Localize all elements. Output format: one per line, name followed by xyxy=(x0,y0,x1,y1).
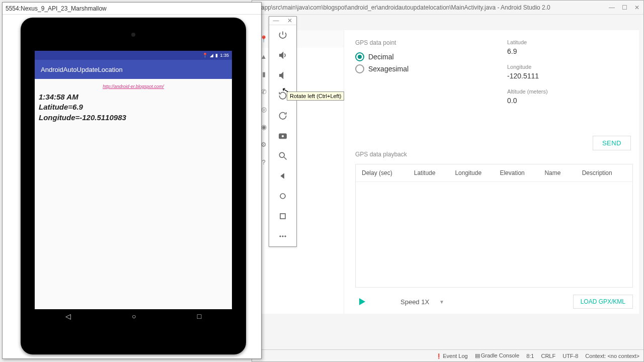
radio-on-icon xyxy=(355,52,364,61)
radio-sexagesimal-label: Sexagesimal xyxy=(368,65,409,73)
more-button[interactable] xyxy=(269,226,296,246)
app-content: http://android-er.blogspot.com/ 1:34:58 … xyxy=(35,79,232,126)
svg-point-4 xyxy=(280,194,285,199)
status-time: 1:35 xyxy=(220,53,229,58)
context-label: Context: <no context> xyxy=(585,353,639,359)
speed-selector[interactable]: Speed 1X ▼ xyxy=(400,298,444,306)
svg-point-1 xyxy=(282,135,284,137)
nav-home-icon[interactable]: ○ xyxy=(132,312,136,320)
nav-back-icon[interactable]: ◁ xyxy=(65,312,71,320)
altitude-label: Altitude (meters) xyxy=(507,88,633,95)
svg-point-8 xyxy=(285,236,286,237)
longitude-label: Longitude xyxy=(507,64,633,70)
chevron-down-icon: ▼ xyxy=(439,299,444,305)
blog-link[interactable]: http://android-er.blogspot.com/ xyxy=(39,84,228,89)
playback-table-header: Delay (sec) Latitude Longitude Elevation… xyxy=(356,164,632,182)
play-button[interactable] xyxy=(359,298,365,305)
svg-line-3 xyxy=(284,157,287,160)
back-button[interactable] xyxy=(269,166,296,186)
svg-point-7 xyxy=(282,236,284,237)
android-statusbar: 📍 ◢ ▮ 1:35 xyxy=(35,51,232,60)
th-desc: Description xyxy=(582,169,626,176)
app-title: AndroidAutoUpdateLocation xyxy=(41,66,123,73)
overview-button[interactable] xyxy=(269,206,296,226)
toolbar-minimize-icon[interactable]: — xyxy=(269,17,283,25)
window-controls: — ☐ ✕ xyxy=(609,4,639,11)
rotate-left-tooltip: Rotate left (Ctrl+Left) xyxy=(287,92,344,101)
th-lon: Longitude xyxy=(455,169,496,176)
latitude-input[interactable]: 6.9 xyxy=(507,46,633,57)
th-delay: Delay (sec) xyxy=(362,169,410,176)
zoom-button[interactable] xyxy=(269,146,296,166)
power-button[interactable] xyxy=(269,25,296,45)
android-navbar: ◁ ○ □ xyxy=(35,309,232,323)
svg-rect-5 xyxy=(280,214,285,219)
radio-off-icon xyxy=(355,64,364,73)
caret-pos: 8:1 xyxy=(526,353,534,359)
th-name: Name xyxy=(544,169,578,176)
battery-icon: ▮ xyxy=(215,53,218,58)
gps-playback-label: GPS data playback xyxy=(355,151,633,158)
maximize-icon[interactable]: ☐ xyxy=(622,4,627,11)
line-ending: CRLF xyxy=(541,353,555,359)
studio-title-path: ...app\src\main\java\com\blogspot\androi… xyxy=(256,4,609,11)
svg-point-2 xyxy=(279,152,284,157)
minimize-icon[interactable]: — xyxy=(609,4,615,11)
home-button[interactable] xyxy=(269,186,296,206)
device-screen[interactable]: 📍 ◢ ▮ 1:35 AndroidAutoUpdateLocation htt… xyxy=(35,51,232,323)
app-lon-line: Longitude=-120.5110983 xyxy=(39,113,228,123)
app-time-line: 1:34:58 AM xyxy=(39,92,228,102)
th-lat: Latitude xyxy=(414,169,451,176)
event-log-link[interactable]: Event Log xyxy=(436,353,468,359)
device-frame: 📍 ◢ ▮ 1:35 AndroidAutoUpdateLocation htt… xyxy=(21,18,246,354)
th-elev: Elevation xyxy=(500,169,540,176)
emulator-window: 5554:Nexus_9_API_23_Marshmallow 📍 ◢ ▮ 1:… xyxy=(2,2,262,359)
rotate-right-button[interactable] xyxy=(269,106,296,126)
studio-titlebar: ...app\src\main\java\com\blogspot\androi… xyxy=(252,1,643,15)
send-button[interactable]: SEND xyxy=(593,136,631,150)
location-indicator-icon: 📍 xyxy=(202,53,208,58)
app-toolbar: AndroidAutoUpdateLocation xyxy=(35,60,232,79)
volume-up-button[interactable] xyxy=(269,45,296,65)
signal-icon: ◢ xyxy=(210,53,213,58)
file-encoding: UTF-8 xyxy=(562,353,578,359)
volume-down-button[interactable] xyxy=(269,65,296,85)
close-icon[interactable]: ✕ xyxy=(634,4,639,11)
emulator-window-title: 5554:Nexus_9_API_23_Marshmallow xyxy=(3,3,261,15)
speed-label: Speed 1X xyxy=(400,298,429,306)
toolbar-close-icon[interactable]: ✕ xyxy=(283,17,296,25)
screenshot-button[interactable] xyxy=(269,126,296,146)
nav-overview-icon[interactable]: □ xyxy=(197,312,201,320)
playback-table: Delay (sec) Latitude Longitude Elevation… xyxy=(355,164,633,288)
studio-statusbar: Event Log Gradle Console 8:1 CRLF UTF-8 … xyxy=(252,349,643,361)
load-gpx-button[interactable]: LOAD GPX/KML xyxy=(573,295,633,309)
radio-decimal-label: Decimal xyxy=(368,53,394,61)
latitude-label: Latitude xyxy=(507,39,633,45)
app-lat-line: Latitude=6.9 xyxy=(39,102,228,112)
extended-controls-location: GPS data point Decimal Sexagesimal Latit… xyxy=(344,30,639,314)
emulator-toolbar: — ✕ xyxy=(269,16,297,247)
longitude-input[interactable]: -120.5111 xyxy=(507,71,633,81)
altitude-input[interactable]: 0.0 xyxy=(507,96,633,106)
svg-point-6 xyxy=(280,236,281,237)
gradle-console-link[interactable]: Gradle Console xyxy=(475,352,519,359)
